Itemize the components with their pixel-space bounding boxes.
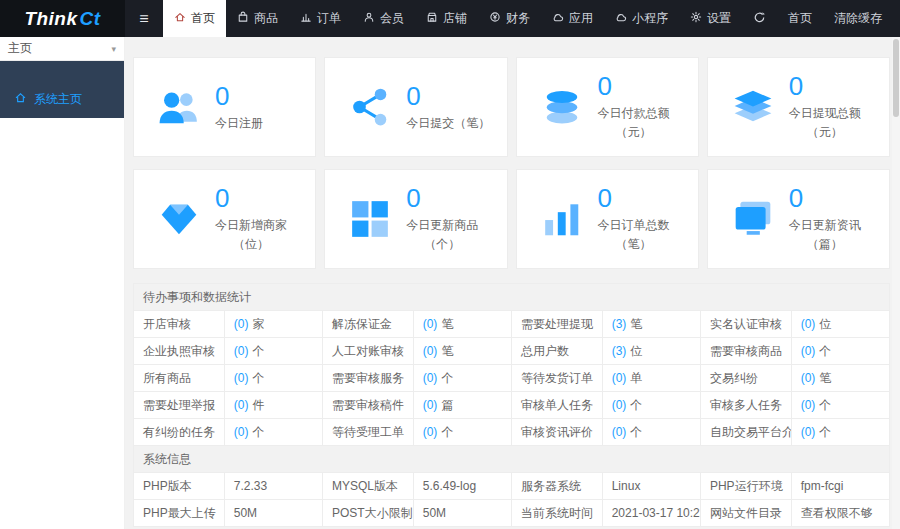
clear-cache-button[interactable]: 清除缓存 [823, 0, 893, 37]
todo-count-link[interactable]: (0) [423, 425, 438, 439]
stat-card-users: 0 今日注册 [133, 57, 316, 157]
todo-count-link[interactable]: (0) [234, 398, 249, 412]
tab-goods[interactable]: 商品 [226, 0, 289, 37]
todo-count-link[interactable]: (0) [801, 317, 816, 331]
todo-value: (0)单 [602, 365, 700, 392]
todo-label: 有纠纷的任务 [134, 419, 225, 446]
todo-label: 需要处理提现 [511, 311, 602, 338]
todo-label: 所有商品 [134, 365, 225, 392]
system-value: 2021-03-17 10:23:35 [602, 500, 700, 527]
refresh-button[interactable] [742, 0, 777, 37]
stat-label: 今日注册 [215, 115, 263, 132]
todo-row: 所有商品(0)个需要审核服务(0)个等待发货订单(0)单交易纠纷(0)笔 [134, 365, 890, 392]
tab-apps[interactable]: 应用 [541, 0, 604, 37]
finance-icon [489, 11, 501, 26]
chevron-down-icon: ▾ [111, 44, 116, 54]
todo-label: 解冻保证金 [322, 311, 413, 338]
system-value: 5.6.49-log [413, 473, 511, 500]
todo-count-link[interactable]: (0) [612, 371, 627, 385]
todo-row: 有纠纷的任务(0)个等待受理工单(0)个审核资讯评价(0)个自助交易平台介入(0… [134, 419, 890, 446]
todo-count-link[interactable]: (0) [423, 344, 438, 358]
sidebar-item-system-home[interactable]: 系统主页 [0, 80, 124, 118]
todo-value: (0)个 [224, 365, 322, 392]
todo-count-link[interactable]: (0) [801, 398, 816, 412]
todo-count-link[interactable]: (3) [612, 344, 627, 358]
todo-label: 需要审核服务 [322, 365, 413, 392]
settings-icon [690, 11, 702, 26]
todo-unit: 笔 [630, 317, 642, 331]
scrollbar-track[interactable] [892, 37, 900, 529]
sidebar-module-select[interactable]: 主页 ▾ [0, 37, 124, 61]
stat-sublabel: （笔） [598, 236, 670, 253]
todo-count-link[interactable]: (0) [612, 398, 627, 412]
todo-label: 总用户数 [511, 338, 602, 365]
todo-section-header: 待办事项和数据统计 [134, 284, 890, 311]
todo-label: 实名认证审核 [700, 311, 791, 338]
todo-count-link[interactable]: (0) [612, 425, 627, 439]
todo-count-link[interactable]: (0) [423, 317, 438, 331]
tab-settings[interactable]: 设置 [679, 0, 742, 37]
todo-unit: 个 [630, 398, 642, 412]
tab-home[interactable]: 首页 [163, 0, 226, 37]
tab-shop[interactable]: 店铺 [415, 0, 478, 37]
home-link[interactable]: 首页 [777, 0, 823, 37]
app-logo[interactable]: Think Ct [0, 0, 125, 37]
stat-sublabel: （位） [215, 236, 287, 253]
todo-label: 开店审核 [134, 311, 225, 338]
tab-label: 设置 [707, 10, 731, 27]
dashboard-table: 待办事项和数据统计开店审核(0)家解冻保证金(0)笔需要处理提现(3)笔实名认证… [133, 283, 890, 527]
todo-value: (0)个 [791, 338, 889, 365]
todo-value: (0)个 [602, 419, 700, 446]
todo-count-link[interactable]: (0) [234, 344, 249, 358]
todo-label: 企业执照审核 [134, 338, 225, 365]
todo-unit: 个 [441, 371, 453, 385]
todo-unit: 位 [630, 344, 642, 358]
sidebar-item-label: 系统主页 [34, 91, 82, 108]
todo-row: 企业执照审核(0)个人工对账审核(0)笔总用户数(3)位需要审核商品(0)个 [134, 338, 890, 365]
todo-unit: 个 [441, 425, 453, 439]
todo-value: (0)位 [791, 311, 889, 338]
todo-count-link[interactable]: (3) [612, 317, 627, 331]
todo-count-link[interactable]: (0) [234, 317, 249, 331]
members-icon [363, 11, 375, 26]
system-row: PHP最大上传50MPOST大小限制50M当前系统时间2021-03-17 10… [134, 500, 890, 527]
tab-bar: 首页商品订单会员店铺财务应用小程序设置 [163, 0, 742, 37]
todo-value: (0)笔 [413, 311, 511, 338]
tab-finance[interactable]: 财务 [478, 0, 541, 37]
todo-unit: 位 [819, 317, 831, 331]
tab-orders[interactable]: 订单 [289, 0, 352, 37]
topbar-actions: 首页 清除缓存 admin ▾ [742, 0, 900, 37]
menu-toggle-icon[interactable]: ≡ [125, 0, 163, 37]
tab-miniapp[interactable]: 小程序 [604, 0, 679, 37]
scrollbar-thumb[interactable] [893, 39, 899, 117]
todo-count-link[interactable]: (0) [801, 344, 816, 358]
tab-label: 小程序 [632, 10, 668, 27]
tab-members[interactable]: 会员 [352, 0, 415, 37]
todo-count-link[interactable]: (0) [423, 371, 438, 385]
tab-label: 会员 [380, 10, 404, 27]
todo-unit: 个 [252, 344, 264, 358]
todo-value: (0)个 [413, 365, 511, 392]
todo-count-link[interactable]: (0) [801, 425, 816, 439]
todo-count-link[interactable]: (0) [423, 398, 438, 412]
stat-label: 今日提现总额 [789, 105, 861, 122]
todo-value: (0)个 [791, 392, 889, 419]
stat-sublabel: （个） [406, 236, 478, 253]
todo-label: 审核资讯评价 [511, 419, 602, 446]
todo-value: (0)篇 [413, 392, 511, 419]
system-value: fpm-fcgi [791, 473, 889, 500]
orders-icon [300, 11, 312, 26]
tab-label: 应用 [569, 10, 593, 27]
todo-count-link[interactable]: (0) [234, 425, 249, 439]
todo-value: (0)个 [413, 419, 511, 446]
todo-count-link[interactable]: (0) [801, 371, 816, 385]
stat-value: 0 [789, 73, 803, 99]
todo-unit: 件 [252, 398, 264, 412]
todo-value: (0)件 [224, 392, 322, 419]
todo-value: (0)笔 [413, 338, 511, 365]
user-menu[interactable]: admin ▾ [893, 0, 900, 37]
stat-label: 今日更新资讯 [789, 217, 861, 234]
layers-icon [732, 86, 774, 128]
todo-count-link[interactable]: (0) [234, 371, 249, 385]
system-value: 50M [413, 500, 511, 527]
